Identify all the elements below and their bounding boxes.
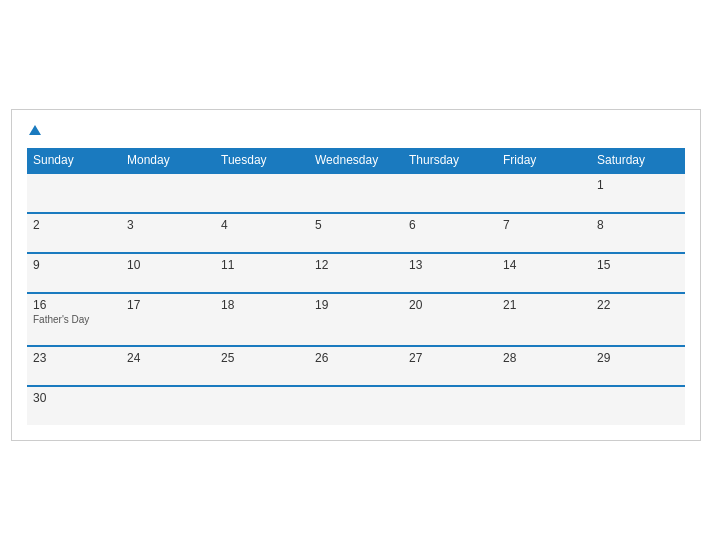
day-number: 18 (221, 298, 303, 312)
days-header-row: SundayMondayTuesdayWednesdayThursdayFrid… (27, 148, 685, 173)
day-number: 7 (503, 218, 585, 232)
day-number: 9 (33, 258, 115, 272)
calendar-cell: 19 (309, 293, 403, 346)
logo-text (27, 120, 41, 138)
day-number: 4 (221, 218, 303, 232)
day-number: 15 (597, 258, 679, 272)
calendar-cell: 2 (27, 213, 121, 253)
calendar-thead: SundayMondayTuesdayWednesdayThursdayFrid… (27, 148, 685, 173)
calendar-cell: 10 (121, 253, 215, 293)
calendar-cell: 24 (121, 346, 215, 386)
calendar-cell: 15 (591, 253, 685, 293)
logo-area (27, 120, 41, 138)
calendar-cell: 1 (591, 173, 685, 213)
day-number: 13 (409, 258, 491, 272)
col-header-saturday: Saturday (591, 148, 685, 173)
week-row-5: 30 (27, 386, 685, 425)
calendar-cell: 25 (215, 346, 309, 386)
week-row-4: 23242526272829 (27, 346, 685, 386)
col-header-thursday: Thursday (403, 148, 497, 173)
day-number: 14 (503, 258, 585, 272)
calendar-cell: 4 (215, 213, 309, 253)
day-number: 30 (33, 391, 115, 405)
day-number: 24 (127, 351, 209, 365)
col-header-friday: Friday (497, 148, 591, 173)
calendar-cell (403, 173, 497, 213)
calendar-cell: 6 (403, 213, 497, 253)
calendar-container: SundayMondayTuesdayWednesdayThursdayFrid… (11, 109, 701, 441)
calendar-cell: 27 (403, 346, 497, 386)
day-number: 20 (409, 298, 491, 312)
calendar-cell: 28 (497, 346, 591, 386)
col-header-sunday: Sunday (27, 148, 121, 173)
day-number: 5 (315, 218, 397, 232)
week-row-1: 2345678 (27, 213, 685, 253)
day-number: 26 (315, 351, 397, 365)
day-event: Father's Day (33, 314, 115, 325)
logo-triangle-icon (29, 125, 41, 135)
col-header-wednesday: Wednesday (309, 148, 403, 173)
day-number: 29 (597, 351, 679, 365)
day-number: 22 (597, 298, 679, 312)
calendar-cell: 5 (309, 213, 403, 253)
day-number: 11 (221, 258, 303, 272)
calendar-cell (591, 386, 685, 425)
day-number: 17 (127, 298, 209, 312)
calendar-cell: 16Father's Day (27, 293, 121, 346)
calendar-cell: 18 (215, 293, 309, 346)
calendar-body: 12345678910111213141516Father's Day17181… (27, 173, 685, 425)
calendar-cell (121, 386, 215, 425)
day-number: 10 (127, 258, 209, 272)
calendar-cell: 17 (121, 293, 215, 346)
calendar-cell (309, 173, 403, 213)
col-header-monday: Monday (121, 148, 215, 173)
calendar-cell: 9 (27, 253, 121, 293)
calendar-cell: 26 (309, 346, 403, 386)
day-number: 3 (127, 218, 209, 232)
calendar-cell: 3 (121, 213, 215, 253)
calendar-cell (121, 173, 215, 213)
calendar-cell (497, 386, 591, 425)
week-row-0: 1 (27, 173, 685, 213)
calendar-cell: 8 (591, 213, 685, 253)
day-number: 28 (503, 351, 585, 365)
calendar-cell: 11 (215, 253, 309, 293)
calendar-cell (309, 386, 403, 425)
calendar-cell: 23 (27, 346, 121, 386)
calendar-cell: 20 (403, 293, 497, 346)
calendar-cell: 14 (497, 253, 591, 293)
calendar-cell: 22 (591, 293, 685, 346)
day-number: 16 (33, 298, 115, 312)
day-number: 6 (409, 218, 491, 232)
calendar-cell (27, 173, 121, 213)
day-number: 19 (315, 298, 397, 312)
day-number: 8 (597, 218, 679, 232)
calendar-cell: 12 (309, 253, 403, 293)
calendar-cell: 13 (403, 253, 497, 293)
calendar-grid: SundayMondayTuesdayWednesdayThursdayFrid… (27, 148, 685, 425)
calendar-cell (215, 386, 309, 425)
week-row-2: 9101112131415 (27, 253, 685, 293)
day-number: 23 (33, 351, 115, 365)
day-number: 27 (409, 351, 491, 365)
calendar-cell (215, 173, 309, 213)
day-number: 21 (503, 298, 585, 312)
calendar-header (27, 120, 685, 138)
calendar-cell (497, 173, 591, 213)
day-number: 1 (597, 178, 679, 192)
day-number: 25 (221, 351, 303, 365)
week-row-3: 16Father's Day171819202122 (27, 293, 685, 346)
calendar-cell (403, 386, 497, 425)
calendar-cell: 7 (497, 213, 591, 253)
day-number: 12 (315, 258, 397, 272)
calendar-cell: 21 (497, 293, 591, 346)
day-number: 2 (33, 218, 115, 232)
calendar-cell: 30 (27, 386, 121, 425)
col-header-tuesday: Tuesday (215, 148, 309, 173)
calendar-cell: 29 (591, 346, 685, 386)
